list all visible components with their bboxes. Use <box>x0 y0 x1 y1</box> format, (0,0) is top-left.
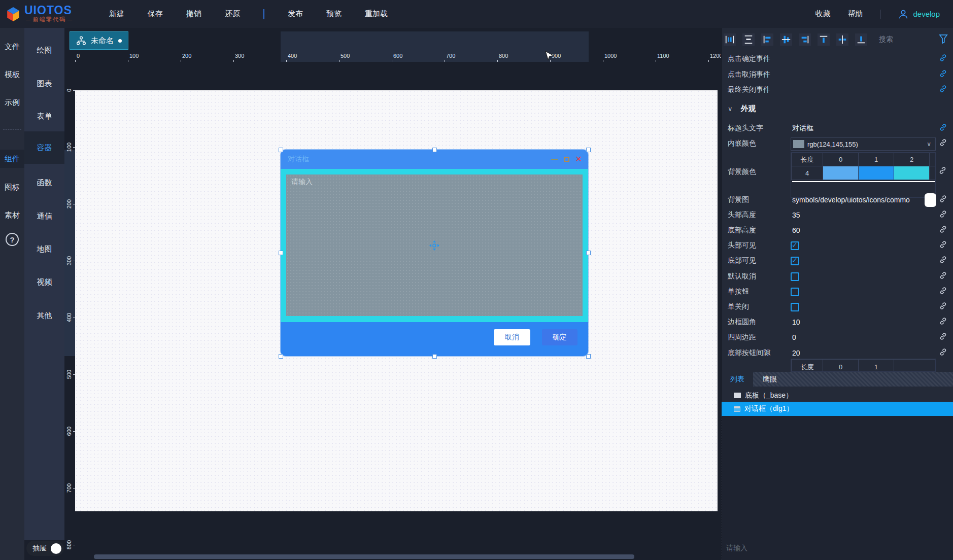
align-vertical-center-icon[interactable] <box>780 33 792 46</box>
menu-undo[interactable]: 撤销 <box>186 9 201 19</box>
align-top-icon[interactable] <box>818 33 830 46</box>
dialog-content-inset[interactable]: 请输入 <box>286 174 583 316</box>
prop-row-close-event[interactable]: 最终关闭事件 <box>722 82 953 97</box>
dialog-cancel-button[interactable]: 取消 <box>494 329 530 345</box>
link-icon[interactable] <box>939 85 947 95</box>
selection-handle-se[interactable] <box>586 354 591 359</box>
link-icon[interactable] <box>939 195 947 205</box>
menu-reload[interactable]: 重加载 <box>365 9 388 19</box>
checkbox-unchecked[interactable] <box>791 272 799 281</box>
link-icon[interactable] <box>938 166 947 177</box>
layer-item-dialog[interactable]: 对话框（dlg1） <box>722 402 953 416</box>
category-containers[interactable]: 容器 <box>24 131 64 164</box>
link-icon[interactable] <box>939 54 947 64</box>
category-other[interactable]: 其他 <box>24 305 64 326</box>
prop-row-cancel-event[interactable]: 点击取消事件 <box>722 67 953 82</box>
checkbox-checked[interactable] <box>791 241 799 250</box>
dialog-header[interactable]: 对话框 ✕ <box>281 150 588 169</box>
distribute-horizontal-icon[interactable] <box>724 33 736 46</box>
color-cell-1[interactable] <box>859 166 894 180</box>
filter-icon[interactable] <box>939 34 948 44</box>
prop-value[interactable]: symbols/develop/uiotos/icons/commo <box>792 196 910 204</box>
tab-list[interactable]: 列表 <box>722 372 753 387</box>
tab-eagle-eye[interactable]: 鹰眼 <box>753 372 787 387</box>
page-tab-untitled[interactable]: 未命名 <box>70 31 128 50</box>
align-left-icon[interactable] <box>761 33 773 46</box>
bottom-text-input[interactable]: 请输入 <box>726 544 747 553</box>
menu-redo[interactable]: 还原 <box>225 9 240 19</box>
selection-handle-ne[interactable] <box>586 148 591 152</box>
checkbox-unchecked[interactable] <box>791 288 799 296</box>
category-charts[interactable]: 图表 <box>24 74 64 94</box>
sidebar-item-examples[interactable]: 示例 <box>0 93 24 112</box>
selection-handle-nw[interactable] <box>279 148 283 152</box>
category-communication[interactable]: 通信 <box>24 206 64 226</box>
question-circle-icon[interactable]: ? <box>6 233 19 246</box>
link-icon[interactable] <box>939 225 947 236</box>
category-maps[interactable]: 地图 <box>24 239 64 259</box>
dialog-component[interactable]: 对话框 ✕ 请输入 取消 确定 <box>281 150 588 356</box>
align-bottom-icon[interactable] <box>855 33 867 46</box>
link-icon[interactable] <box>939 287 947 297</box>
drawer-toggle-knob[interactable] <box>51 543 61 554</box>
category-drawing[interactable]: 绘图 <box>24 40 64 60</box>
prop-value[interactable]: 0 <box>792 333 796 341</box>
prop-value[interactable]: 20 <box>792 349 800 357</box>
link-icon[interactable] <box>939 332 947 343</box>
align-horizontal-center-icon[interactable] <box>836 33 848 46</box>
dialog-body[interactable]: 请输入 <box>281 169 588 322</box>
color-cell-2[interactable] <box>894 166 930 180</box>
drawer-toggle[interactable]: 抽屉 <box>26 541 64 556</box>
link-icon[interactable] <box>939 302 947 312</box>
color-cell-0[interactable] <box>823 166 859 180</box>
menu-save[interactable]: 保存 <box>148 9 163 19</box>
color-select[interactable]: rgb(124,145,155) ∨ <box>791 137 936 151</box>
prop-value[interactable]: 10 <box>792 318 800 326</box>
sidebar-item-assets[interactable]: 素材 <box>0 206 24 224</box>
link-icon[interactable] <box>939 271 947 282</box>
checkbox-checked[interactable] <box>791 257 799 265</box>
close-icon[interactable]: ✕ <box>575 156 582 163</box>
bg-image-swatch[interactable] <box>925 193 936 207</box>
menu-favorites[interactable]: 收藏 <box>815 9 830 19</box>
prop-value[interactable]: 60 <box>792 226 800 234</box>
sidebar-item-icons[interactable]: 图标 <box>0 178 24 196</box>
menu-publish[interactable]: 发布 <box>288 9 303 19</box>
color-cell-3[interactable] <box>930 166 936 180</box>
dialog-footer[interactable]: 取消 确定 <box>281 322 588 356</box>
prop-row-confirm-event[interactable]: 点击确定事件 <box>722 51 953 66</box>
link-icon[interactable] <box>939 138 947 149</box>
move-anchor-icon[interactable] <box>429 240 440 251</box>
link-icon[interactable] <box>939 240 947 251</box>
user-account[interactable]: develop <box>898 9 940 20</box>
prop-value[interactable]: 35 <box>792 211 800 219</box>
minimize-icon[interactable] <box>551 159 558 160</box>
sidebar-item-templates[interactable]: 模板 <box>0 65 24 84</box>
category-video[interactable]: 视频 <box>24 272 64 292</box>
layer-item-base[interactable]: 底板（_base） <box>722 389 953 402</box>
section-appearance[interactable]: ∨ 外观 <box>728 104 756 114</box>
link-icon[interactable] <box>939 69 947 80</box>
link-icon[interactable] <box>939 210 947 221</box>
search-input[interactable]: 搜索 <box>879 35 893 44</box>
selection-handle-sw[interactable] <box>279 354 283 359</box>
selection-handle-e[interactable] <box>586 251 591 255</box>
checkbox-unchecked[interactable] <box>791 303 799 311</box>
horizontal-scrollbar[interactable] <box>94 554 634 559</box>
category-forms[interactable]: 表单 <box>24 106 64 126</box>
maximize-icon[interactable] <box>564 157 569 162</box>
selection-handle-w[interactable] <box>279 251 283 255</box>
selection-handle-s[interactable] <box>432 354 437 359</box>
prop-value[interactable]: 对话框 <box>792 124 813 133</box>
selection-handle-n[interactable] <box>432 148 437 152</box>
table-scrollbar[interactable] <box>792 181 935 182</box>
category-functions[interactable]: 函数 <box>24 172 64 193</box>
link-icon[interactable] <box>939 348 947 359</box>
dialog-confirm-button[interactable]: 确定 <box>542 329 577 345</box>
sidebar-item-components[interactable]: 组件 <box>0 150 24 168</box>
distribute-vertical-icon[interactable] <box>742 33 755 46</box>
menu-help[interactable]: 帮助 <box>847 9 863 19</box>
link-icon[interactable] <box>939 123 947 134</box>
menu-preview[interactable]: 预览 <box>326 9 342 19</box>
bg-color-array-table[interactable]: 长度 0 1 2 3 4 <box>791 152 936 198</box>
